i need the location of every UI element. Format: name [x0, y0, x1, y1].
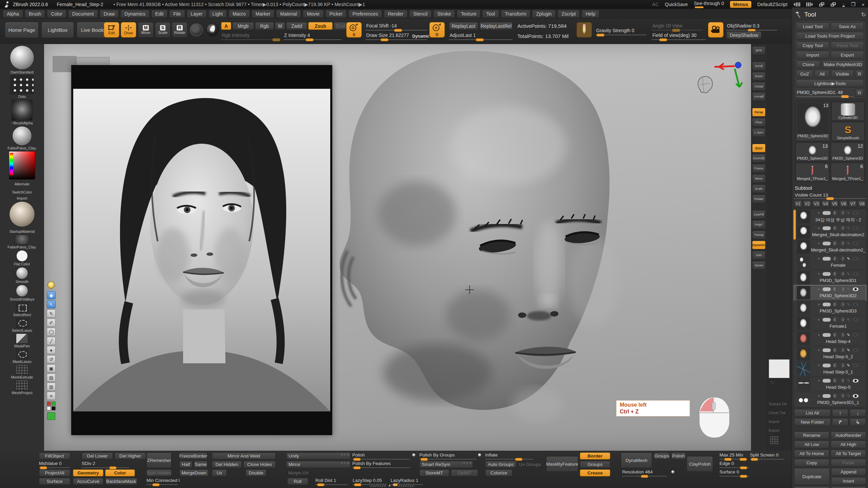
subtool-item[interactable]: ▾ ✎ PM3D_Sphere3D1 [794, 270, 866, 285]
subtool-thumbnail[interactable] [797, 332, 810, 345]
menu-item[interactable]: Color [47, 10, 66, 18]
ghost-toggle-icon[interactable] [833, 333, 837, 337]
fill-object-button[interactable]: FillObject [39, 452, 70, 460]
half-button[interactable]: Half [179, 461, 192, 468]
right-shelf-button[interactable]: Rotate [752, 195, 766, 203]
sculpt-model-head[interactable] [332, 47, 637, 442]
ghost-toggle-icon[interactable] [833, 211, 837, 215]
sidebar-item[interactable]: MaskLasso [13, 349, 32, 364]
border-toggle-button[interactable]: Border [580, 452, 610, 460]
tray-pager[interactable]: ▲ ▼ [370, 483, 414, 487]
visibility-tab[interactable]: V4 [822, 200, 830, 207]
duplicate-button[interactable]: Duplicate [794, 468, 830, 485]
difference-toggle-icon[interactable] [840, 287, 844, 291]
menu-item[interactable]: Light [209, 10, 227, 18]
sidebar-item[interactable] [22, 187, 22, 188]
rename-button[interactable]: Rename [794, 431, 829, 439]
visible-count-knob[interactable] [826, 197, 834, 200]
surface-knob[interactable] [740, 475, 747, 478]
right-shelf-button[interactable]: Move [752, 174, 766, 183]
subtool-item[interactable]: ▾ ✎ PM3D_Sphere3D3 [794, 301, 866, 316]
ghost-toggle-icon[interactable] [833, 226, 837, 230]
split-screen-slider[interactable]: Split Screen 0 [750, 452, 784, 460]
menu-item[interactable]: Zscript [557, 10, 580, 18]
sidebar-item[interactable]: Smooth [16, 267, 28, 284]
subtool-item[interactable]: ▾ ✎ Head Step-5_1 [794, 362, 866, 377]
polypaint-toggle-icon[interactable] [823, 394, 831, 398]
visibility-eye-icon[interactable] [853, 272, 859, 276]
inflate-slider[interactable]: Inflate [485, 452, 533, 460]
copy-subtool-button[interactable]: Copy [794, 459, 829, 467]
gravity-pencil-icon[interactable] [576, 22, 592, 38]
accu-curve-button[interactable]: AccuCurve [73, 478, 103, 485]
pen-tool-button[interactable]: ✎ [47, 309, 56, 318]
polish-slider[interactable]: Polish [352, 452, 410, 460]
ghost-toggle-icon[interactable] [833, 272, 837, 276]
marker-tool-button[interactable]: ✐ [47, 319, 56, 327]
color-chips[interactable] [47, 402, 56, 410]
ghost-toggle-icon[interactable] [833, 348, 837, 352]
roll-dist-slider[interactable]: Roll Dist 1 [315, 478, 348, 485]
subtool-scrollbar[interactable] [793, 210, 796, 240]
minimize-button[interactable]: ↓ [842, 2, 845, 7]
menu-item[interactable]: Texture [457, 10, 480, 18]
lightbox-tools-button[interactable]: Lightbox▶Tools [796, 79, 864, 87]
subtool-thumbnail[interactable] [797, 378, 810, 391]
sidebar-item[interactable]: Alternate [15, 181, 29, 186]
chevron-down-icon[interactable]: ▾ [818, 333, 820, 337]
mask-by-feature-button[interactable]: MaskByFeature [546, 456, 578, 472]
move-into-folder-button[interactable]: ↳ [850, 418, 866, 426]
load-tool-button[interactable]: Load Tool [796, 22, 829, 30]
sidebar-item[interactable]: MaskPen [14, 333, 30, 348]
colorize-button[interactable]: Colorize [485, 469, 512, 476]
del-higher-button[interactable]: Del Higher [115, 452, 146, 460]
sidebar-thumbnail[interactable] [16, 302, 28, 312]
visibility-eye-icon[interactable] [853, 348, 859, 352]
all-to-target-button[interactable]: All To Target [831, 450, 866, 458]
sidebar-thumbnail[interactable] [16, 318, 28, 328]
subtool-item[interactable]: ▾ ✎ Head Step-5_2 [794, 346, 866, 362]
texture-import-button[interactable]: Import [769, 420, 779, 424]
right-shelf-button[interactable]: LineFill [752, 210, 766, 219]
sdiv-slider[interactable]: SDiv 2 [82, 461, 129, 468]
move-up-button[interactable]: ↑ [832, 409, 848, 417]
sidebar-item[interactable]: ~BrushAlpha [11, 100, 33, 125]
paint-brush-icon[interactable]: ✎ [847, 394, 850, 398]
export-button[interactable]: Export [831, 51, 864, 59]
difference-toggle-icon[interactable] [840, 379, 844, 383]
collapse-right-tray-icon[interactable] [806, 2, 813, 6]
new-folder-button[interactable]: New Folder [794, 418, 831, 426]
menu-item[interactable]: Material [276, 10, 301, 18]
subtool-thumbnail[interactable] [797, 256, 810, 269]
ghost-toggle-icon[interactable] [833, 241, 837, 245]
subtool-thumbnail[interactable] [797, 301, 810, 315]
surface-button[interactable]: Surface [39, 478, 70, 485]
visibility-eye-icon[interactable] [853, 333, 859, 337]
default-zscript-button[interactable]: DefaultZScript [757, 2, 788, 7]
sidebar-item[interactable]: Import [17, 195, 27, 200]
backface-mask-button[interactable]: BackfaceMask [105, 478, 137, 485]
menu-item[interactable]: Dynamics [120, 10, 149, 18]
sdiv-knob[interactable] [109, 466, 117, 469]
max-min-slider[interactable]: Max 25 Min [719, 452, 746, 460]
polypaint-toggle-icon[interactable] [823, 364, 831, 367]
sidebar-item[interactable]: MeshProject [12, 380, 32, 395]
focal-shift-slider[interactable]: Focal Shift -14 [366, 22, 427, 30]
polypaint-toggle-icon[interactable] [823, 211, 831, 215]
sidebar-thumbnail[interactable] [10, 45, 34, 70]
menu-item[interactable]: Marker [252, 10, 275, 18]
visibility-eye-icon[interactable] [853, 257, 859, 261]
subtool-thumbnail[interactable] [797, 210, 810, 223]
goz-all-button[interactable]: All [814, 70, 829, 78]
sidebar-thumbnail[interactable] [12, 126, 32, 146]
tool-slot[interactable]: S SimpleBrush [831, 122, 865, 141]
lazy-step-knob[interactable] [354, 483, 361, 486]
visibility-tab[interactable]: V1 [794, 200, 802, 207]
visibility-eye-icon[interactable] [853, 226, 859, 230]
paint-brush-icon[interactable]: ✎ [847, 226, 850, 230]
tool-slot[interactable]: 13 PM3D_Sphere3D [795, 142, 829, 161]
polypaint-toggle-icon[interactable] [823, 303, 831, 306]
angle-of-view-knob[interactable] [672, 29, 680, 32]
sidebar-item[interactable]: SwitchColor [12, 189, 32, 194]
subtool-item[interactable]: ▾ ✎ PM3D_Sphere3D2 [794, 285, 866, 301]
